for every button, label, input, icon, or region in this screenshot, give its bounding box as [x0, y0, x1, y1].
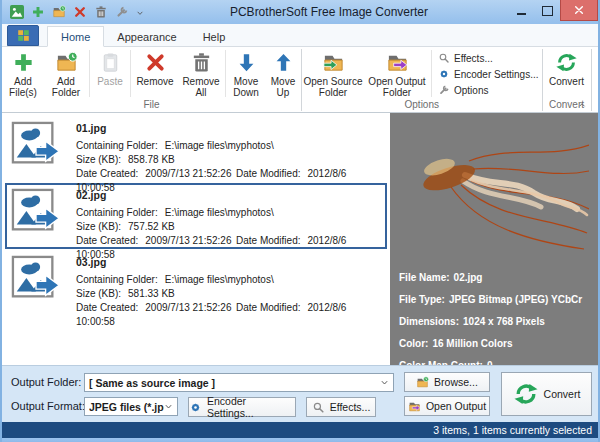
move-up-button[interactable]: Move Up	[265, 48, 301, 98]
remove-icon[interactable]	[73, 5, 87, 19]
remove-all-icon[interactable]	[94, 5, 108, 19]
close-button[interactable]	[560, 0, 598, 21]
browse-button[interactable]: Browse...	[404, 372, 490, 392]
tab-appearance[interactable]: Appearance	[104, 27, 189, 46]
browse-folder-icon	[416, 376, 429, 389]
chevron-down-icon	[164, 402, 173, 411]
info-value: 02.jpg	[454, 272, 483, 283]
info-value: JPEG Bitmap (JPEG) YCbCr	[449, 294, 582, 305]
app-menu-button[interactable]	[7, 25, 39, 46]
field-label: Date Modified:	[236, 302, 300, 313]
open-source-folder-icon	[322, 51, 345, 74]
options-label: Options	[454, 85, 488, 96]
image-icon[interactable]	[10, 5, 24, 19]
image-file-icon	[11, 121, 61, 171]
move-up-icon	[272, 51, 295, 74]
open-output-folder-label: Open Output Folder	[365, 76, 429, 98]
qat-customize-icon[interactable]	[136, 5, 150, 19]
open-output-label: Open Output	[426, 400, 486, 412]
effects-button-bottom[interactable]: Effects...	[306, 397, 376, 417]
open-source-folder-button[interactable]: Open Source Folder	[302, 48, 364, 98]
field-value: 2009/7/13 21:52:26	[145, 235, 231, 246]
preview-info-line: Color:16 Million Colors	[399, 338, 589, 349]
encoder-settings-button-bottom[interactable]: Encoder Settings...	[188, 397, 296, 417]
paste-folder-icon[interactable]	[52, 5, 66, 19]
move-up-label: Move Up	[266, 76, 300, 98]
add-folder-label: Add Folder	[45, 76, 87, 98]
effects-button[interactable]: Effects...	[438, 52, 539, 64]
options-button[interactable]: Options	[438, 84, 539, 96]
encoder-settings-label: Encoder Settings...	[454, 69, 539, 80]
quick-access-toolbar	[2, 5, 150, 19]
field-value: 581.33 KB	[128, 288, 175, 299]
open-output-button[interactable]: Open Output	[404, 396, 490, 416]
separator	[89, 50, 90, 97]
field-label: Date Created:	[76, 302, 138, 313]
field-label: Containing Folder:	[76, 207, 158, 218]
minimize-button[interactable]	[508, 0, 534, 21]
image-file-icon	[11, 188, 61, 238]
list-item[interactable]: 01.jpg Containing Folder:E:\image files\…	[5, 116, 387, 182]
convert-button[interactable]: Convert	[543, 48, 591, 87]
info-label: File Name:	[399, 272, 450, 283]
encoder-settings-button[interactable]: Encoder Settings...	[438, 68, 539, 80]
separator	[431, 50, 432, 97]
open-output-folder-button[interactable]: Open Output Folder	[364, 48, 430, 98]
preview-image	[399, 121, 589, 261]
convert-icon	[555, 51, 578, 74]
paste-button: Paste	[91, 48, 129, 87]
effects-label: Effects...	[454, 53, 493, 64]
field-value: 2009/7/13 21:52:26	[145, 168, 231, 179]
app-window: PCBrotherSoft Free Image Converter Home …	[0, 0, 600, 442]
file-name: 01.jpg	[76, 121, 381, 135]
info-value: 1024 x 768 Pixels	[463, 316, 545, 327]
tab-help[interactable]: Help	[190, 27, 239, 46]
output-folder-combobox[interactable]: [ Same as source image ]	[84, 373, 394, 392]
open-source-folder-label: Open Source Folder	[303, 76, 363, 98]
collapse-ribbon-button[interactable]	[576, 96, 590, 108]
file-list: 01.jpg Containing Folder:E:\image files\…	[2, 113, 390, 365]
open-output-folder-icon	[386, 51, 409, 74]
move-down-icon	[235, 51, 258, 74]
add-files-button[interactable]: Add File(s)	[2, 48, 44, 98]
preview-panel: File Name:02.jpg File Type:JPEG Bitmap (…	[390, 113, 598, 365]
convert-button-bottom[interactable]: Convert	[501, 372, 592, 416]
field-value: 858.78 KB	[128, 154, 175, 165]
move-down-button[interactable]: Move Down	[227, 48, 265, 98]
move-down-label: Move Down	[228, 76, 264, 98]
preview-info-line: File Type:JPEG Bitmap (JPEG) YCbCr	[399, 294, 589, 305]
output-folder-value: [ Same as source image ]	[89, 377, 380, 389]
separator	[130, 50, 131, 97]
maximize-button[interactable]	[534, 0, 560, 21]
output-format-value: JPEG files (*.jpg)	[89, 401, 164, 413]
remove-all-icon	[190, 51, 213, 74]
app-grid-icon	[17, 29, 30, 42]
info-label: File Type:	[399, 294, 445, 305]
remove-button[interactable]: Remove	[132, 48, 178, 87]
remove-all-button[interactable]: Remove All	[178, 48, 224, 98]
output-controls: Output Folder: [ Same as source image ] …	[2, 365, 598, 422]
paste-icon	[99, 51, 122, 74]
output-format-combobox[interactable]: JPEG files (*.jpg)	[84, 397, 178, 416]
window-frame-bottom	[2, 438, 598, 442]
tab-home[interactable]: Home	[47, 26, 104, 47]
field-label: Date Created:	[76, 168, 138, 179]
options-wrench-icon[interactable]	[115, 5, 129, 19]
group-label-options: Options	[302, 99, 542, 112]
convert-label: Convert	[549, 76, 584, 87]
list-item-selected[interactable]: 02.jpg Containing Folder:E:\image files\…	[5, 183, 387, 249]
effects-label: Effects...	[330, 401, 371, 413]
add-folder-button[interactable]: Add Folder	[44, 48, 88, 98]
output-folder-label: Output Folder:	[11, 376, 81, 388]
convert-icon	[513, 381, 539, 407]
chevron-down-icon	[380, 378, 389, 387]
preview-info-line: File Name:02.jpg	[399, 272, 589, 283]
effects-icon	[312, 401, 325, 414]
window-title: PCBrotherSoft Free Image Converter	[150, 5, 508, 19]
ribbon-group-options: Open Source Folder Open Output Folder Ef…	[302, 48, 542, 112]
add-file-icon[interactable]	[31, 5, 45, 19]
list-item[interactable]: 03.jpg Containing Folder:E:\image files\…	[5, 250, 387, 316]
field-value: 2009/7/13 21:52:26	[145, 302, 231, 313]
open-output-folder-icon	[408, 400, 421, 413]
add-files-label: Add File(s)	[3, 76, 43, 98]
